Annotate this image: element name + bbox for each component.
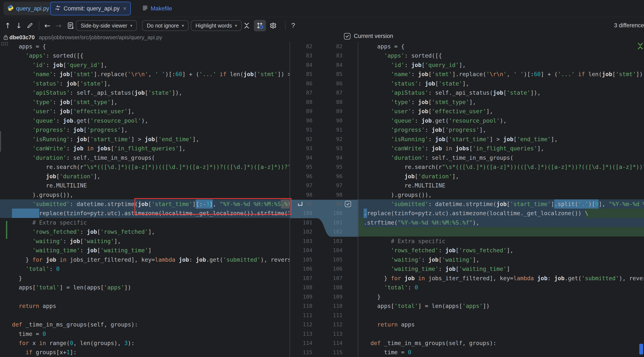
gear-icon[interactable] bbox=[268, 17, 278, 34]
help-button[interactable]: ? bbox=[288, 17, 298, 34]
code-line[interactable]: ).groups()), bbox=[358, 190, 644, 199]
previous-difference-button[interactable]: ↑ bbox=[3, 17, 12, 34]
collapse-unchanged-icon[interactable] bbox=[242, 17, 252, 34]
highlight-mode-label: Highlight words bbox=[196, 22, 232, 29]
forward-button[interactable]: → bbox=[53, 17, 64, 34]
code-line[interactable]: 'type': job['stmt_type'], bbox=[0, 97, 290, 107]
synchronize-scrolling-button[interactable] bbox=[254, 20, 266, 31]
code-line[interactable]: re.search(r"\s*(([\d.]*)([a-z]*))(([\d.]… bbox=[358, 162, 644, 171]
code-line[interactable]: 'id': job['query_id'], bbox=[0, 60, 290, 69]
tab-label: Makefile bbox=[151, 5, 172, 12]
code-line[interactable]: 'isRunning': job['start_time'] > job['en… bbox=[358, 135, 644, 144]
edit-icon[interactable] bbox=[25, 17, 34, 34]
viewer-mode-dropdown[interactable]: Side-by-side viewer ▾ bbox=[76, 20, 137, 31]
ignore-policy-dropdown[interactable]: Do not ignore ▾ bbox=[142, 20, 189, 31]
right-line-number: 95 bbox=[290, 162, 342, 171]
code-line[interactable]: return apps bbox=[0, 301, 290, 311]
diff-editor: apps = { 'apps': sorted([{ 'id': job['qu… bbox=[0, 42, 644, 357]
code-line[interactable]: 'total': 0 bbox=[358, 283, 644, 292]
code-line[interactable]: 'total': 0 bbox=[0, 264, 290, 273]
code-line[interactable]: time = 0 bbox=[0, 329, 290, 339]
code-line[interactable]: 'name': job['stmt'].replace('\r\n', ' ')… bbox=[0, 69, 290, 79]
diff-subheader: dbe03c70 apps/jobbrowser/src/jobbrowser/… bbox=[0, 34, 644, 42]
code-line[interactable]: 'apps': sorted([{ bbox=[358, 51, 644, 60]
code-line[interactable]: 'apiStatus': self._api_status(job['state… bbox=[358, 88, 644, 97]
code-line[interactable]: 'user': job['effective_user'], bbox=[0, 107, 290, 116]
code-line[interactable]: 'canWrite': job in jobs['in_flight_queri… bbox=[0, 144, 290, 153]
code-line[interactable]: 'status': job['state'], bbox=[358, 79, 644, 88]
code-line[interactable] bbox=[0, 311, 290, 320]
code-line[interactable]: apps = { bbox=[0, 42, 290, 51]
code-line[interactable]: apps['total'] = len(apps['apps']) bbox=[358, 301, 644, 311]
code-line[interactable]: 'duration': self._time_in_ms_groups( bbox=[0, 153, 290, 162]
code-line[interactable] bbox=[0, 292, 290, 301]
code-line[interactable]: re.search(r"\s*(([\d.]*)([a-z]*))(([\d.]… bbox=[0, 162, 290, 171]
code-line[interactable]: 'rows_fetched': job['rows_fetched'], bbox=[358, 246, 644, 255]
code-line[interactable]: apps = { bbox=[358, 42, 644, 51]
code-line[interactable]: 'waiting_time': job['waiting_time'] bbox=[358, 264, 644, 273]
back-button[interactable]: ← bbox=[42, 17, 53, 34]
code-line[interactable]: re.MULTILINE bbox=[358, 181, 644, 190]
code-line[interactable]: # Extra specific bbox=[0, 218, 290, 227]
inspection-status-icon[interactable] bbox=[637, 42, 644, 51]
code-line[interactable]: 'waiting_time': job['waiting_time'] bbox=[0, 246, 290, 255]
code-line[interactable]: for x in range(0, len(groups), 3): bbox=[0, 339, 290, 348]
code-line[interactable]: } for job in jobs_iter_filtered], key=la… bbox=[0, 255, 290, 264]
code-line[interactable]: } bbox=[0, 274, 290, 283]
tab-commit-query-api-py[interactable]: Commit: query_api.py × bbox=[50, 2, 131, 15]
code-line[interactable]: 'isRunning': job['start_time'] > job['en… bbox=[0, 135, 290, 144]
code-line[interactable]: } bbox=[358, 292, 644, 301]
annotation-red-box bbox=[134, 198, 292, 215]
code-line[interactable]: 'id': job['query_id'], bbox=[358, 60, 644, 69]
code-line[interactable]: .strftime("%Y-%m-%d %H:%M:%S.%f"), bbox=[358, 218, 644, 227]
right-line-number: 112 bbox=[290, 320, 342, 329]
code-line[interactable]: 'queue': job.get('resource_pool'), bbox=[0, 116, 290, 125]
code-line[interactable] bbox=[358, 311, 644, 320]
added-lines-marker bbox=[6, 221, 7, 239]
code-line[interactable]: def _time_in_ms_groups(self, groups): bbox=[0, 320, 290, 329]
code-line[interactable]: 'apiStatus': self._api_status(job['state… bbox=[0, 88, 290, 97]
code-line[interactable]: 'canWrite': job in jobs['in_flight_queri… bbox=[358, 144, 644, 153]
code-line[interactable]: 'queue': job.get('resource_pool'), bbox=[358, 116, 644, 125]
apply-change-icon[interactable] bbox=[297, 201, 303, 208]
code-line[interactable]: 'waiting': job['waiting'], bbox=[358, 255, 644, 264]
code-line[interactable]: apps['total'] = len(apps['apps']) bbox=[0, 283, 290, 292]
code-line[interactable]: def _time_in_ms_groups(self, groups): bbox=[358, 339, 644, 348]
current-version-checkbox[interactable]: Current version bbox=[344, 33, 393, 39]
code-line[interactable]: } for job in jobs_iter_filtered], key=la… bbox=[358, 274, 644, 283]
code-line[interactable] bbox=[358, 227, 644, 236]
code-line[interactable]: 'waiting': job['waiting'], bbox=[0, 237, 290, 246]
code-line[interactable]: 'progress': job['progress'], bbox=[358, 125, 644, 134]
code-line[interactable]: 'type': job['stmt_type'], bbox=[358, 97, 644, 107]
code-line[interactable]: 'user': job['effective_user'], bbox=[358, 107, 644, 116]
checkbox-checked-icon[interactable] bbox=[344, 33, 350, 39]
close-tab-icon[interactable]: × bbox=[123, 5, 126, 11]
code-line[interactable]: return apps bbox=[358, 320, 644, 329]
tab-makefile[interactable]: Makefile bbox=[138, 2, 176, 15]
code-line[interactable]: 'duration': self._time_in_ms_groups( bbox=[358, 153, 644, 162]
right-line-number: 109 bbox=[290, 292, 342, 301]
revision-hash[interactable]: dbe03c70 bbox=[10, 34, 35, 41]
code-line[interactable]: job['duration'], bbox=[358, 172, 644, 181]
left-scrollbar-thumb[interactable] bbox=[0, 131, 1, 152]
code-line[interactable]: .replace(tzinfo=pytz.utc).astimezone(loc… bbox=[358, 209, 644, 218]
code-line[interactable]: 'submitted': datetime.strptime(job['star… bbox=[358, 199, 644, 209]
code-line[interactable]: if groups[x+1]: bbox=[0, 348, 290, 357]
code-line[interactable]: time = 0 bbox=[358, 348, 644, 357]
right-scrollbar-marker[interactable] bbox=[639, 344, 643, 355]
code-line[interactable]: 'progress': job['progress'], bbox=[0, 125, 290, 134]
code-line[interactable]: job['duration'], bbox=[0, 172, 290, 181]
code-line[interactable]: 'name': job['stmt'].replace('\r\n', ' ')… bbox=[358, 69, 644, 79]
code-line[interactable]: 'rows_fetched': job['rows_fetched'], bbox=[0, 227, 290, 236]
right-code-pane[interactable]: apps = { 'apps': sorted([{ 'id': job['qu… bbox=[358, 42, 644, 357]
highlight-mode-dropdown[interactable]: Highlight words ▾ bbox=[191, 20, 242, 31]
include-change-checkbox[interactable] bbox=[345, 201, 351, 207]
code-line[interactable]: # Extra specific bbox=[358, 237, 644, 246]
code-line[interactable]: re.MULTILINE bbox=[0, 181, 290, 190]
open-in-editor-icon[interactable] bbox=[65, 17, 76, 34]
next-difference-button[interactable]: ↓ bbox=[14, 17, 24, 34]
code-line[interactable]: 'status': job['state'], bbox=[0, 79, 290, 88]
code-line[interactable] bbox=[358, 329, 644, 339]
right-line-number: 91 bbox=[290, 125, 342, 134]
code-line[interactable]: 'apps': sorted([{ bbox=[0, 51, 290, 60]
